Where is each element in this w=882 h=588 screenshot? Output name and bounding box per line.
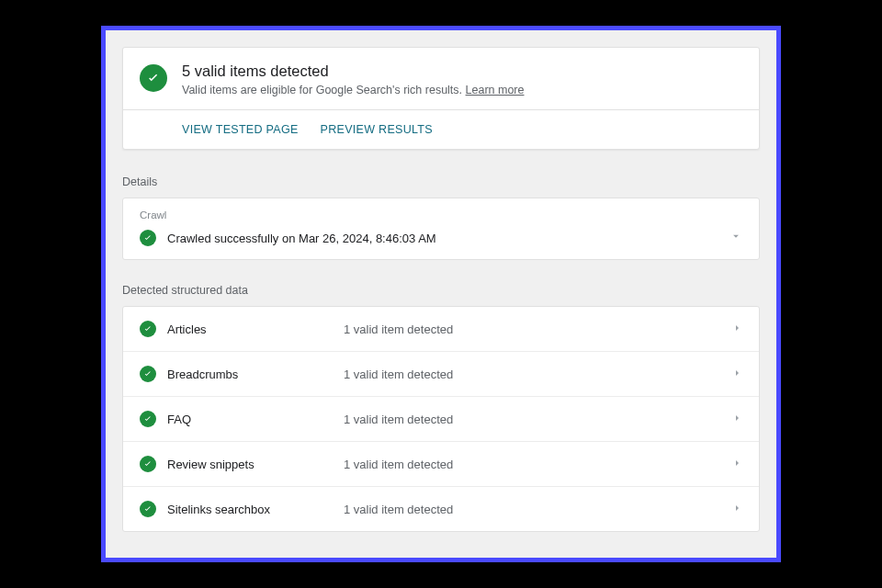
row-status: 1 valid item detected	[344, 413, 453, 426]
row-status: 1 valid item detected	[344, 503, 453, 516]
learn-more-link[interactable]: Learn more	[466, 84, 525, 96]
chevron-right-icon	[731, 501, 742, 517]
chevron-right-icon	[731, 366, 742, 382]
structured-data-list: Articles 1 valid item detected Breadcrum…	[122, 306, 760, 532]
crawl-row: Crawled successfully on Mar 26, 2024, 8:…	[140, 230, 742, 246]
view-tested-page-button[interactable]: VIEW TESTED PAGE	[140, 123, 299, 136]
chevron-right-icon	[731, 321, 742, 337]
check-icon	[140, 321, 156, 337]
app-frame: 5 valid items detected Valid items are e…	[101, 26, 781, 562]
check-icon	[140, 411, 156, 427]
chevron-right-icon	[731, 456, 742, 472]
row-status: 1 valid item detected	[344, 368, 453, 381]
summary-subtitle: Valid items are eligible for Google Sear…	[182, 84, 524, 96]
detected-heading: Detected structured data	[122, 284, 760, 297]
summary-header: 5 valid items detected Valid items are e…	[123, 48, 759, 109]
preview-results-button[interactable]: PREVIEW RESULTS	[321, 123, 433, 136]
crawl-card[interactable]: Crawl Crawled successfully on Mar 26, 20…	[122, 198, 760, 260]
row-name: Breadcrumbs	[167, 368, 333, 381]
chevron-down-icon	[729, 230, 742, 246]
data-row-breadcrumbs[interactable]: Breadcrumbs 1 valid item detected	[123, 352, 759, 397]
details-heading: Details	[122, 175, 760, 188]
crawl-label: Crawl	[140, 209, 742, 220]
data-row-faq[interactable]: FAQ 1 valid item detected	[123, 397, 759, 442]
row-status: 1 valid item detected	[344, 322, 453, 336]
data-row-articles[interactable]: Articles 1 valid item detected	[123, 307, 759, 352]
check-icon	[140, 501, 156, 517]
row-name: Articles	[167, 322, 333, 336]
check-icon	[140, 456, 156, 472]
row-status: 1 valid item detected	[344, 458, 453, 471]
check-icon	[140, 64, 167, 92]
summary-title: 5 valid items detected	[182, 62, 524, 80]
summary-card: 5 valid items detected Valid items are e…	[122, 47, 760, 150]
check-icon	[140, 230, 156, 246]
summary-text: 5 valid items detected Valid items are e…	[182, 62, 524, 96]
row-name: Review snippets	[167, 458, 333, 471]
action-bar: VIEW TESTED PAGE PREVIEW RESULTS	[123, 109, 759, 149]
data-row-review-snippets[interactable]: Review snippets 1 valid item detected	[123, 442, 759, 487]
row-name: Sitelinks searchbox	[167, 503, 333, 516]
data-row-sitelinks-searchbox[interactable]: Sitelinks searchbox 1 valid item detecte…	[123, 487, 759, 531]
crawl-status-text: Crawled successfully on Mar 26, 2024, 8:…	[167, 232, 436, 245]
row-name: FAQ	[167, 413, 333, 426]
chevron-right-icon	[731, 411, 742, 427]
check-icon	[140, 366, 156, 382]
